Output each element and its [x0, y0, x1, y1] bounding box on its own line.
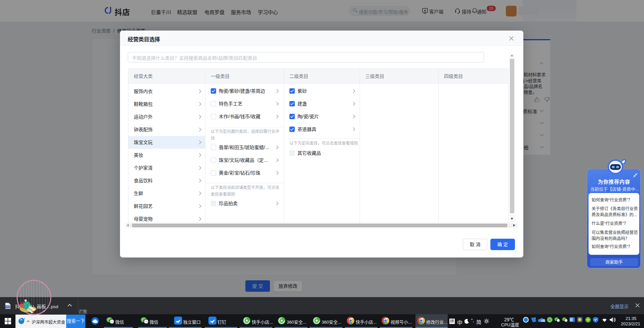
svg-text:PSD: PSD	[5, 306, 10, 308]
